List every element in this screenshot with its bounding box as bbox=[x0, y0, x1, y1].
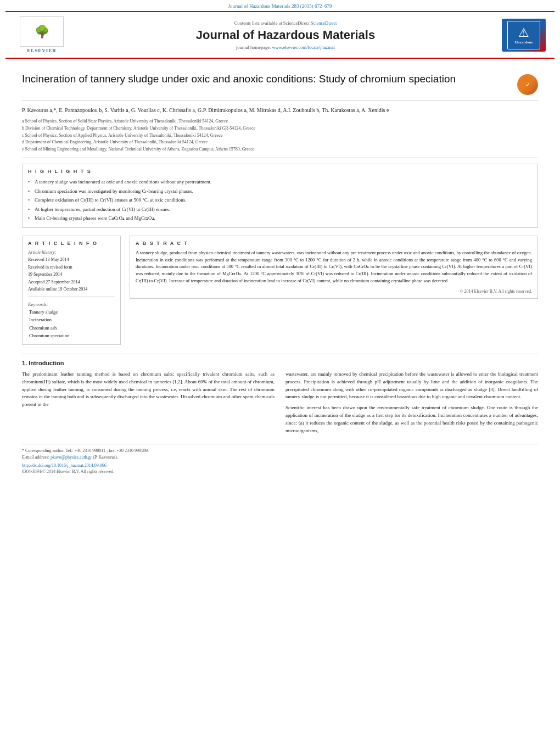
journal-header: 🌳 ELSEVIER Contents lists available at S… bbox=[5, 11, 555, 59]
abstract-box: A B S T R A C T A tannery sludge, produc… bbox=[130, 236, 538, 299]
intro-para-1: The predominant leather tanning method i… bbox=[22, 371, 275, 409]
introduction-heading: 1. Introduction bbox=[22, 360, 538, 366]
article-info-heading: A R T I C L E I N F O bbox=[28, 241, 115, 246]
date-revised: 19 September 2014 bbox=[28, 271, 115, 278]
corresponding-footnote: * Corresponding author. Tel.: +30 2310 9… bbox=[22, 448, 538, 461]
email-label: E-mail address: bbox=[22, 455, 49, 460]
date-revised-label: Received in revised form bbox=[28, 264, 115, 271]
keyword-3: Chromium ash bbox=[29, 324, 115, 332]
highlights-list: A tannery sludge was incinerated at oxic… bbox=[28, 177, 532, 223]
highlights-box: H I G H L I G H T S A tannery sludge was… bbox=[22, 164, 538, 228]
hazardous-logo-text: Hazardous bbox=[515, 40, 533, 44]
crossmark-label: ✓ bbox=[525, 82, 530, 88]
crossmark-badge[interactable]: ✓ bbox=[517, 74, 538, 95]
introduction-section: 1. Introduction The predominant leather … bbox=[22, 354, 538, 439]
title-text: Incineration of tannery sludge under oxi… bbox=[22, 72, 511, 86]
keywords-section: Keywords: Tannery sludge Incineration Ch… bbox=[28, 302, 115, 340]
email-link[interactable]: pkavo@physics.auth.gr bbox=[51, 455, 92, 460]
journal-name: Journal of Hazardous Materials bbox=[69, 28, 502, 42]
homepage-line: journal homepage: www.elsevier.com/locat… bbox=[69, 44, 502, 50]
article-content: Incineration of tannery sludge under oxi… bbox=[0, 59, 560, 479]
date-received: Received 13 May 2014 bbox=[28, 256, 115, 264]
date-accepted: Accepted 27 September 2014 bbox=[28, 278, 115, 286]
contents-label: Contents lists available at ScienceDirec… bbox=[234, 20, 310, 26]
hazard-icon: ⚠ bbox=[518, 26, 529, 40]
hazardous-logo-inner: ⚠ Hazardous bbox=[507, 21, 540, 49]
info-abstract-block: A R T I C L E I N F O Article history: R… bbox=[22, 236, 538, 345]
elsevier-brand-label: ELSEVIER bbox=[27, 48, 57, 53]
intro-col-right: wastewater, are mainly removed by chemic… bbox=[285, 371, 538, 439]
homepage-label: journal homepage: bbox=[236, 44, 271, 50]
intro-para-3: Scientific interest has been drawn upon … bbox=[285, 404, 538, 435]
contents-line: Contents lists available at ScienceDirec… bbox=[69, 20, 502, 26]
affiliation-e: e School of Mining Engineering and Metal… bbox=[22, 146, 538, 153]
highlight-item-3: Complete oxidation of Cr(III) to Cr(VI) … bbox=[28, 196, 532, 205]
intro-para-2: wastewater, are mainly removed by chemic… bbox=[285, 371, 538, 401]
doi-line[interactable]: http://dx.doi.org/10.1016/j.jhazmat.2014… bbox=[22, 463, 538, 468]
authors-text: P. Kavouras a,*, E. Pantazopoulou b, S. … bbox=[22, 107, 389, 113]
abstract-column: A B S T R A C T A tannery sludge, produc… bbox=[130, 236, 538, 345]
affiliation-d: d Department of Chemical Engineering, Ar… bbox=[22, 139, 538, 146]
article-title: Incineration of tannery sludge under oxi… bbox=[22, 72, 511, 86]
highlights-heading: H I G H L I G H T S bbox=[28, 169, 532, 174]
highlight-item-1: A tannery sludge was incinerated at oxic… bbox=[28, 177, 532, 187]
highlight-item-5: Main Cr-bearing crystal phases were CaCr… bbox=[28, 214, 532, 223]
issn-copyright: 0304-3894/© 2014 Elsevier B.V. All right… bbox=[22, 469, 538, 474]
article-info-box: A R T I C L E I N F O Article history: R… bbox=[22, 236, 121, 345]
elsevier-logo-box: 🌳 bbox=[20, 16, 64, 47]
keyword-4: Chromium speciation bbox=[29, 332, 115, 339]
hazardous-materials-logo: ⚠ Hazardous bbox=[502, 19, 546, 52]
affiliations-block: a School of Physics, Section of Solid St… bbox=[22, 118, 538, 158]
elsevier-tree-icon: 🌳 bbox=[35, 25, 49, 39]
keywords-list: Tannery sludge Incineration Chromium ash… bbox=[28, 308, 115, 340]
highlights-section: H I G H L I G H T S A tannery sludge was… bbox=[22, 164, 538, 228]
highlight-item-4: At higher temperatures, partial reductio… bbox=[28, 205, 532, 214]
history-label: Article history: bbox=[28, 249, 115, 255]
keyword-2: Incineration bbox=[29, 316, 115, 323]
affiliation-b: b Division of Chemical Technology, Depar… bbox=[22, 125, 538, 132]
date-online: Available online 19 October 2014 bbox=[28, 286, 115, 293]
abstract-heading: A B S T R A C T bbox=[136, 241, 532, 246]
abstract-text: A tannery sludge, produced from physico-… bbox=[136, 249, 532, 284]
intro-col-left: The predominant leather tanning method i… bbox=[22, 371, 275, 439]
email-person: (P. Kavouras). bbox=[93, 455, 118, 460]
affiliation-c: c School of Physics, Section of Applied … bbox=[22, 132, 538, 140]
article-title-block: Incineration of tannery sludge under oxi… bbox=[22, 72, 538, 101]
corresponding-text: * Corresponding author. Tel.: +30 2310 9… bbox=[22, 448, 149, 453]
footnote-area: * Corresponding author. Tel.: +30 2310 9… bbox=[22, 444, 538, 474]
affiliation-a: a School of Physics, Section of Solid St… bbox=[22, 118, 538, 125]
highlight-item-2: Chromium speciation was investigated by … bbox=[28, 187, 532, 196]
journal-citation: Journal of Hazardous Materials 283 (2015… bbox=[0, 0, 560, 11]
homepage-link[interactable]: www.elsevier.com/locate/jhazmat bbox=[272, 44, 335, 50]
article-info-column: A R T I C L E I N F O Article history: R… bbox=[22, 236, 121, 345]
article-dates: Received 13 May 2014 Received in revised… bbox=[28, 256, 115, 297]
abstract-copyright: © 2014 Elsevier B.V. All rights reserved… bbox=[136, 289, 532, 294]
sciencedirect-link[interactable]: ScienceDirect bbox=[311, 20, 337, 26]
journal-title-block: Contents lists available at ScienceDirec… bbox=[69, 20, 502, 50]
intro-two-col: The predominant leather tanning method i… bbox=[22, 371, 538, 439]
keywords-label: Keywords: bbox=[28, 302, 115, 307]
keyword-1: Tannery sludge bbox=[29, 308, 115, 316]
authors-line: P. Kavouras a,*, E. Pantazopoulou b, S. … bbox=[22, 105, 538, 115]
elsevier-logo: 🌳 ELSEVIER bbox=[14, 16, 69, 53]
